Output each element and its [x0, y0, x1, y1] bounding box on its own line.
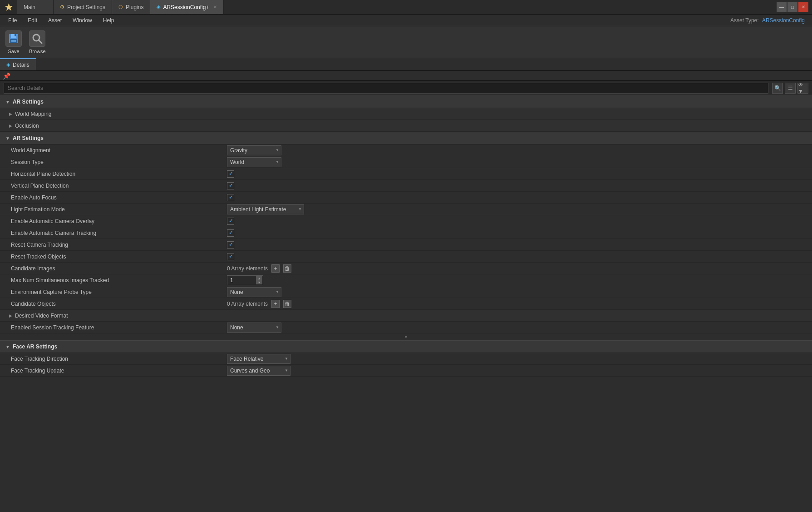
search-bar: 🔍 ☰ 👁▼: [0, 81, 812, 95]
occlusion-arrow: ▶: [9, 124, 12, 128]
camera-tracking-checkbox[interactable]: [227, 229, 234, 237]
max-num-images-value: ▲ ▼: [227, 275, 812, 285]
vertical-plane-checkbox[interactable]: [227, 182, 234, 189]
env-capture-row: Environment Capture Probe Type None Auto…: [0, 286, 812, 298]
tab-main-label: Main: [24, 4, 35, 10]
vertical-plane-row: Vertical Plane Detection: [0, 180, 812, 192]
auto-focus-row: Enable Auto Focus: [0, 192, 812, 204]
num-spin-down[interactable]: ▼: [256, 280, 262, 284]
world-alignment-label: World Alignment: [9, 147, 227, 154]
browse-button[interactable]: Browse: [29, 30, 46, 54]
occlusion-row[interactable]: ▶ Occlusion: [0, 120, 812, 132]
face-tracking-direction-select[interactable]: Face Relative World Relative: [227, 354, 290, 364]
candidate-images-count: 0 Array elements: [227, 265, 268, 272]
search-input[interactable]: [4, 83, 768, 94]
tab-close-icon[interactable]: ✕: [213, 5, 217, 10]
candidate-images-value: 0 Array elements + 🗑: [227, 264, 812, 273]
world-mapping-arrow: ▶: [9, 112, 12, 116]
maximize-button[interactable]: □: [787, 2, 797, 12]
light-estimation-label: Light Estimation Mode: [9, 206, 227, 213]
save-button[interactable]: Save: [5, 30, 22, 54]
auto-focus-label: Enable Auto Focus: [9, 194, 227, 201]
world-mapping-row[interactable]: ▶ World Mapping: [0, 108, 812, 120]
candidate-images-row: Candidate Images 0 Array elements + 🗑: [0, 263, 812, 274]
menu-file[interactable]: File: [4, 16, 21, 25]
panel-pin-row: 📌: [0, 71, 812, 81]
minimize-button[interactable]: —: [777, 2, 787, 12]
light-estimation-select-wrapper: None Ambient Light Estimate DirectionalL…: [227, 204, 304, 214]
ar-settings-title-2: AR Settings: [13, 135, 44, 141]
tab-plugins[interactable]: ⬡ Plugins: [112, 0, 150, 14]
search-icons: 🔍 ☰ 👁▼: [772, 83, 808, 94]
candidate-images-remove-button[interactable]: 🗑: [283, 264, 291, 273]
menu-edit[interactable]: Edit: [23, 16, 42, 25]
app-logo: ★: [4, 2, 14, 12]
view-mode-button[interactable]: ☰: [785, 83, 796, 94]
max-num-images-label: Max Num Simultaneous Images Tracked: [9, 277, 227, 283]
close-button[interactable]: ✕: [798, 2, 808, 12]
ar-settings-title-1: AR Settings: [13, 99, 44, 105]
reset-tracked-row: Reset Tracked Objects: [0, 251, 812, 263]
menu-asset[interactable]: Asset: [44, 16, 66, 25]
candidate-images-add-button[interactable]: +: [271, 264, 280, 273]
details-tab[interactable]: ◈ Details: [0, 58, 36, 70]
light-estimation-select[interactable]: None Ambient Light Estimate DirectionalL…: [227, 204, 304, 214]
ar-settings-arrow-2: ▼: [5, 136, 10, 141]
menu-window[interactable]: Window: [68, 16, 97, 25]
camera-tracking-label: Enable Automatic Camera Tracking: [9, 230, 227, 236]
filter-button[interactable]: 👁▼: [797, 83, 808, 94]
vertical-plane-label: Vertical Plane Detection: [9, 183, 227, 189]
candidate-objects-remove-button[interactable]: 🗑: [283, 300, 291, 308]
max-num-images-input-wrapper: ▲ ▼: [227, 275, 263, 285]
tab-project-settings[interactable]: ⚙ Project Settings: [54, 0, 112, 14]
tab-main[interactable]: Main: [17, 0, 54, 14]
reset-camera-value: [227, 241, 812, 249]
svg-line-6: [39, 40, 42, 43]
vertical-plane-value: [227, 182, 812, 189]
session-tracking-select[interactable]: None PoseDetection SceneDepth: [227, 323, 281, 333]
reset-tracked-label: Reset Tracked Objects: [9, 254, 227, 260]
search-magnifier-button[interactable]: 🔍: [772, 83, 783, 94]
ar-settings-header-1[interactable]: ▼ AR Settings: [0, 95, 812, 108]
face-ar-settings-header[interactable]: ▼ Face AR Settings: [0, 340, 812, 353]
title-bar: ★ Main ⚙ Project Settings ⬡ Plugins ◈ AR…: [0, 0, 812, 15]
desired-video-row[interactable]: ▶ Desired Video Format: [0, 310, 812, 322]
world-alignment-row: World Alignment Gravity GravityAndHeadin…: [0, 144, 812, 156]
details-tab-icon: ◈: [6, 62, 10, 68]
session-type-select-wrapper: World Face Body Geo: [227, 157, 281, 167]
camera-overlay-label: Enable Automatic Camera Overlay: [9, 218, 227, 224]
num-spin: ▲ ▼: [256, 276, 262, 284]
tab-arsessionconfig[interactable]: ◈ ARSessionConfig+ ✕: [150, 0, 224, 14]
auto-focus-value: [227, 194, 812, 201]
tab-project-settings-icon: ⚙: [60, 4, 64, 10]
reset-tracked-checkbox[interactable]: [227, 253, 234, 260]
env-capture-select[interactable]: None Automatic Manual: [227, 287, 281, 297]
reset-camera-checkbox[interactable]: [227, 241, 234, 249]
asset-type: Asset Type: ARSessionConfig: [730, 17, 805, 24]
ar-settings-header-2[interactable]: ▼ AR Settings: [0, 132, 812, 144]
env-capture-label: Environment Capture Probe Type: [9, 289, 227, 295]
candidate-objects-add-button[interactable]: +: [271, 300, 280, 308]
menu-help[interactable]: Help: [98, 16, 119, 25]
candidate-images-label: Candidate Images: [9, 265, 227, 272]
session-type-label: Session Type: [9, 159, 227, 165]
horizontal-plane-checkbox[interactable]: [227, 170, 234, 178]
desired-video-arrow: ▶: [9, 313, 12, 318]
candidate-objects-count: 0 Array elements: [227, 301, 268, 307]
asset-type-value-text: ARSessionConfig: [762, 17, 805, 24]
auto-focus-checkbox[interactable]: [227, 194, 234, 201]
browse-icon: [29, 30, 45, 47]
tab-project-settings-label: Project Settings: [67, 4, 105, 10]
session-type-select[interactable]: World Face Body Geo: [227, 157, 281, 167]
num-spin-up[interactable]: ▲: [256, 276, 262, 280]
world-alignment-value: Gravity GravityAndHeading Camera: [227, 145, 812, 155]
world-alignment-select[interactable]: Gravity GravityAndHeading Camera: [227, 145, 281, 155]
candidate-objects-row: Candidate Objects 0 Array elements + 🗑: [0, 298, 812, 310]
face-tracking-update-select[interactable]: Curves and Geo Curves Only Geo Only: [227, 366, 290, 376]
camera-overlay-checkbox[interactable]: [227, 218, 234, 225]
max-num-images-row: Max Num Simultaneous Images Tracked ▲ ▼: [0, 274, 812, 286]
session-tracking-label: Enabled Session Tracking Feature: [9, 324, 227, 331]
details-tabs-bar: ◈ Details: [0, 58, 812, 71]
pin-icon: 📌: [3, 72, 10, 80]
face-tracking-direction-label: Face Tracking Direction: [9, 356, 227, 362]
